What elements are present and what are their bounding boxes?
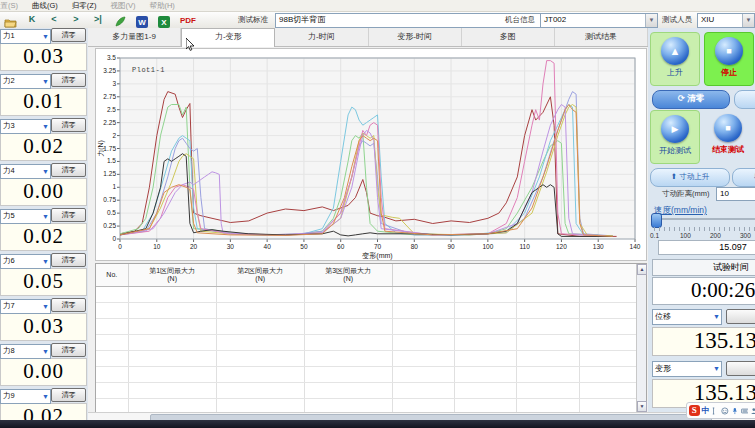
channel-select[interactable]: 力6▼ [0, 254, 51, 269]
right-panel: ▲ 上升 ■ 停止 ▼ 下降 ⟳ 清零 ≡ 回位 ▶ 开始测试 ■ 结束测试 ▮… [648, 28, 755, 420]
chevron-down-icon[interactable]: ▼ [742, 14, 754, 27]
first-record-button[interactable]: K [24, 13, 40, 26]
aux-button[interactable]: ≡ 回位 [734, 90, 755, 109]
channel-select[interactable]: 力5▼ [0, 209, 51, 224]
menu-item-1[interactable]: 曲线(G) [25, 0, 65, 11]
speed-slider-track[interactable] [652, 218, 755, 220]
table-scrollbar[interactable]: ▲ ▼ [636, 264, 646, 412]
channel-clear-button[interactable]: 清零 [51, 118, 86, 132]
force-channel-8: 力8▼清零0.00 [0, 343, 88, 386]
speed-tick-0.1: 0.1 [650, 232, 659, 239]
table-cell [129, 287, 217, 302]
table-cell [455, 383, 517, 398]
scroll-up-icon[interactable]: ▲ [637, 264, 647, 275]
jog-up-button[interactable]: ⬆ 寸动上升 [650, 168, 730, 187]
machine-info-select[interactable]: JT002▼ [540, 13, 658, 28]
tab-strip: 多力量图1-9力-变形力-时间变形-时间多图测试结果 [88, 28, 648, 47]
ime-mode-indicator[interactable]: 中 [702, 405, 710, 416]
tab-1[interactable]: 力-变形 [181, 28, 275, 47]
svg-text:3: 3 [112, 80, 116, 87]
clear-all-button[interactable]: ⟳ 清零 [652, 90, 730, 109]
chevron-down-icon[interactable]: ▼ [645, 14, 657, 27]
channel-clear-button[interactable]: 清零 [51, 253, 86, 267]
stop-button[interactable]: ■ 停止 [704, 32, 754, 86]
stop-label: 停止 [705, 67, 753, 78]
channel-select[interactable]: 力3▼ [0, 119, 51, 134]
svg-text:0.5: 0.5 [107, 209, 116, 216]
tab-3[interactable]: 变形-时间 [369, 28, 462, 46]
table-cell [129, 335, 217, 350]
deformation-select[interactable]: 变形▼ [652, 361, 722, 377]
jog-distance-input[interactable]: 10 [716, 187, 755, 201]
channel-clear-button[interactable]: 清零 [51, 343, 86, 357]
table-row[interactable] [96, 335, 637, 351]
start-test-button[interactable]: ▶ 开始测试 [650, 110, 700, 164]
table-row[interactable] [96, 319, 637, 335]
force-channel-1: 力1▼清零0.03 [0, 28, 88, 71]
table-cell [580, 287, 637, 302]
channel-clear-button[interactable]: 清零 [51, 208, 86, 222]
menu-item-3[interactable]: 视图(V) [103, 0, 142, 11]
ime-keyboard-icon[interactable] [741, 407, 749, 415]
speed-value: 15.097 [658, 240, 755, 255]
refresh-icon: ⟳ [678, 93, 687, 103]
channel-clear-button[interactable]: 清零 [51, 388, 86, 402]
ime-mic-icon[interactable] [731, 407, 739, 415]
table-header-3: 第3区间最大力(N) [305, 264, 393, 286]
force-channel-7: 力7▼清零0.03 [0, 298, 88, 341]
move-up-button[interactable]: ▲ 上升 [650, 32, 700, 86]
menu-item-0[interactable]: 设置(S) [0, 0, 25, 11]
table-cell [129, 383, 217, 398]
prev-record-button[interactable]: < [46, 13, 62, 26]
ime-cursor-icon[interactable] [712, 407, 720, 415]
machine-info-value: JT002 [544, 15, 566, 24]
svg-text:0: 0 [118, 243, 122, 250]
channel-clear-button[interactable]: 清零 [51, 73, 86, 87]
table-cell [455, 303, 517, 318]
channel-value: 0.01 [0, 88, 87, 116]
channel-clear-button[interactable]: 清零 [51, 298, 86, 312]
tab-2[interactable]: 力-时间 [275, 28, 368, 46]
svg-text:1: 1 [112, 183, 116, 190]
channel-select[interactable]: 力4▼ [0, 164, 51, 179]
channel-clear-button[interactable]: 清零 [51, 28, 86, 42]
tester-select[interactable]: XIU▼ [697, 13, 755, 28]
pdf-export-icon[interactable]: PDF [180, 15, 196, 27]
tab-5[interactable]: 测试结果 [555, 28, 648, 46]
tab-0[interactable]: 多力量图1-9 [88, 28, 181, 46]
table-row[interactable] [96, 351, 637, 367]
ime-logo-icon[interactable]: S [689, 405, 700, 416]
channel-value: 0.02 [0, 223, 87, 251]
table-row[interactable] [96, 383, 637, 399]
ime-user-icon[interactable] [750, 407, 755, 415]
up-arrow-icon: ▲ [661, 37, 689, 65]
ime-toolbar[interactable]: S 中 [686, 402, 755, 419]
last-record-button[interactable]: >| [90, 13, 106, 26]
table-row[interactable] [96, 367, 637, 383]
displacement-select[interactable]: 位移▼ [652, 309, 722, 325]
jog-down-button[interactable]: ⬇ 寸动下降 [732, 168, 755, 187]
table-cell [96, 335, 129, 350]
speed-slider-thumb[interactable] [651, 213, 662, 228]
channel-select[interactable]: 力1▼ [0, 29, 51, 44]
menu-item-4[interactable]: 帮助(H) [142, 0, 181, 11]
table-row[interactable] [96, 303, 637, 319]
table-row[interactable] [96, 287, 637, 303]
displacement-clear-button[interactable]: 清零 [726, 309, 755, 324]
force-channel-6: 力6▼清零0.05 [0, 253, 88, 296]
next-record-button[interactable]: > [68, 13, 84, 26]
ime-smiley-icon[interactable] [721, 407, 729, 415]
deformation-clear-button[interactable]: 清零 [726, 361, 755, 376]
svg-text:90: 90 [447, 243, 455, 250]
move-up-label: 上升 [651, 67, 699, 78]
channel-select[interactable]: 力2▼ [0, 74, 51, 89]
end-test-button[interactable]: ■ 结束测试 [704, 110, 752, 162]
channel-select[interactable]: 力8▼ [0, 344, 51, 359]
channel-select[interactable]: 力9▼ [0, 389, 51, 404]
scroll-down-icon[interactable]: ▼ [637, 401, 647, 412]
tab-4[interactable]: 多图 [462, 28, 555, 46]
channel-select[interactable]: 力7▼ [0, 299, 51, 314]
channel-clear-button[interactable]: 清零 [51, 163, 86, 177]
menu-item-2[interactable]: 归零(Z) [65, 0, 104, 11]
chart-canvas: 010203040506070809010011012013014000.250… [96, 49, 646, 260]
